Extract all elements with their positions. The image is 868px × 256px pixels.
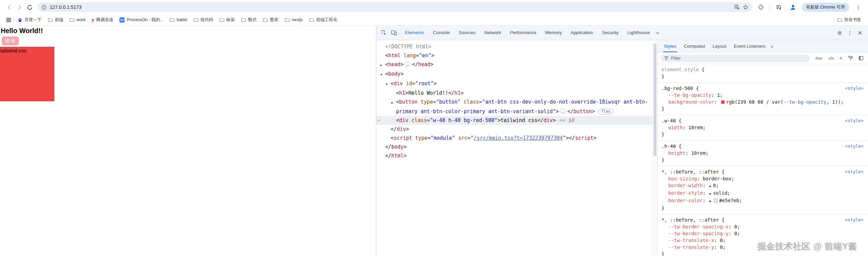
dom-line[interactable]: </body> bbox=[376, 142, 657, 151]
new-style-rule-button[interactable]: + bbox=[838, 55, 844, 61]
dom-line[interactable]: <h1>Hello World!!</h1> bbox=[376, 89, 657, 97]
tab-application[interactable]: Application bbox=[566, 26, 597, 40]
profile-avatar[interactable] bbox=[788, 2, 798, 12]
inspect-element-button[interactable] bbox=[379, 28, 389, 37]
bookmark-item[interactable]: babel bbox=[167, 16, 190, 24]
dom-line-gutter-icon[interactable]: ⋯ bbox=[377, 116, 380, 125]
expand-arrow-down-icon[interactable]: ▼ bbox=[386, 80, 391, 89]
more-sidebar-tabs-icon[interactable]: » bbox=[769, 40, 775, 52]
toggle-hover-state-button[interactable]: :hov bbox=[814, 56, 823, 61]
css-property[interactable]: border-width: ▶0; bbox=[661, 182, 864, 190]
more-tabs-icon[interactable]: » bbox=[655, 30, 660, 35]
css-property[interactable]: background-color: rgb(239 68 68 / var(--… bbox=[661, 99, 864, 105]
css-property[interactable]: border-style: ▶solid; bbox=[661, 190, 864, 197]
toggle-element-classes-button[interactable]: .cls bbox=[827, 56, 835, 61]
antd-button[interactable]: 按 钮 bbox=[2, 36, 19, 45]
bookmark-item[interactable]: OnProcessOn - 我的... bbox=[117, 16, 166, 24]
rendering-emulation-button[interactable] bbox=[847, 56, 854, 61]
back-button[interactable] bbox=[4, 2, 14, 12]
device-toolbar-button[interactable] bbox=[389, 28, 399, 37]
chrome-update-button[interactable]: 有新版 Chrome 可用 bbox=[802, 3, 849, 12]
dom-line[interactable]: ▶<head>…</head> bbox=[376, 60, 657, 70]
rule-selector-line[interactable]: .bg-red-500 { bbox=[661, 85, 864, 92]
tab-security[interactable]: Security bbox=[597, 26, 623, 40]
tab-memory[interactable]: Memory bbox=[541, 26, 566, 40]
sidebar-tab-computed[interactable]: Computed bbox=[680, 40, 709, 52]
tab-sources[interactable]: Sources bbox=[454, 26, 480, 40]
color-swatch[interactable] bbox=[721, 100, 725, 104]
expand-value-icon[interactable]: ▶ bbox=[709, 192, 711, 195]
rule-selector-line[interactable]: *, ::before, ::after { bbox=[661, 168, 864, 175]
bookmark-item[interactable]: work bbox=[67, 16, 88, 24]
css-property[interactable]: box-sizing: border-box; bbox=[661, 175, 864, 182]
rule-selector-line[interactable]: .w-40 { bbox=[661, 117, 864, 124]
css-property[interactable]: width: 10rem; bbox=[661, 124, 864, 131]
style-source-link[interactable]: <style> bbox=[845, 117, 864, 124]
dom-line[interactable]: ▼<div id="root"> bbox=[376, 79, 657, 89]
bookmark-item[interactable]: nestjs bbox=[282, 16, 306, 24]
reload-button[interactable] bbox=[24, 2, 35, 12]
expand-ellipsis-button[interactable]: … bbox=[405, 62, 411, 67]
dom-scrollbar[interactable] bbox=[653, 40, 657, 256]
bookmark-item[interactable]: 框架 bbox=[216, 16, 238, 24]
rule-selector-line[interactable]: *, ::before, ::after { bbox=[661, 216, 864, 223]
dock-sidebar-button[interactable] bbox=[857, 56, 865, 61]
style-source-link[interactable]: <style> bbox=[845, 168, 864, 175]
expand-value-icon[interactable]: ▶ bbox=[709, 199, 711, 203]
settings-gear-button[interactable] bbox=[835, 28, 844, 37]
styles-filter-input[interactable]: Filter bbox=[661, 55, 810, 62]
tab-network[interactable]: Network bbox=[480, 26, 506, 40]
bookmark-item[interactable]: y网易有道 bbox=[89, 16, 116, 24]
css-property[interactable]: --tw-border-spacing-x: 0; bbox=[661, 223, 864, 230]
url-bar[interactable]: 127.0.0.1:5173 文A bbox=[37, 2, 752, 12]
bookmark-item[interactable]: 百度一下 bbox=[15, 16, 44, 24]
site-info-icon[interactable] bbox=[42, 5, 47, 10]
bookmark-item[interactable]: 低代码 bbox=[191, 16, 216, 24]
dom-scrollbar-thumb[interactable] bbox=[654, 44, 656, 156]
browser-menu-button[interactable] bbox=[853, 2, 863, 12]
sidebar-tab-event-listeners[interactable]: Event Listeners bbox=[730, 40, 769, 52]
tab-elements[interactable]: Elements bbox=[400, 26, 428, 40]
css-property[interactable]: --tw-translate-y: 0; bbox=[661, 244, 864, 251]
dom-line[interactable]: <html lang="en"> bbox=[376, 51, 657, 60]
dom-line[interactable]: ⋯<div class="w-40 h-40 bg-red-500">tailw… bbox=[376, 116, 657, 125]
dom-line[interactable]: <!DOCTYPE html> bbox=[376, 42, 657, 51]
css-property[interactable]: --tw-bg-opacity: 1; bbox=[661, 92, 864, 99]
devtools-menu-button[interactable] bbox=[845, 28, 854, 37]
dom-line[interactable]: ▶<button type="button" class="ant-btn cs… bbox=[376, 97, 657, 107]
expand-arrow-right-icon[interactable]: ▶ bbox=[380, 61, 385, 70]
css-property[interactable]: --tw-border-spacing-y: 0; bbox=[661, 230, 864, 237]
bookmark-item[interactable]: 前端工程化 bbox=[306, 16, 340, 24]
expand-arrow-down-icon[interactable]: ▼ bbox=[380, 70, 385, 79]
dom-line[interactable]: </html> bbox=[376, 151, 657, 160]
dom-line[interactable]: </div> bbox=[376, 125, 657, 134]
style-source-link[interactable]: <style> bbox=[845, 85, 864, 92]
tab-performance[interactable]: Performance bbox=[506, 26, 541, 40]
bookmark-star-icon[interactable] bbox=[743, 4, 748, 10]
css-var-link[interactable]: --tw-bg-opacity bbox=[783, 99, 826, 105]
dom-line[interactable]: primary ant-btn-color-primary ant-btn-va… bbox=[376, 107, 657, 116]
all-bookmarks-button[interactable]: 所有书签 bbox=[834, 16, 864, 24]
expand-ellipsis-button[interactable]: … bbox=[560, 109, 567, 114]
rule-selector-line[interactable]: .h-40 { bbox=[661, 143, 864, 150]
bookmark-item[interactable]: 图表 bbox=[260, 16, 281, 24]
bookmark-item[interactable]: 数式 bbox=[238, 16, 259, 24]
flex-badge[interactable]: flex bbox=[598, 109, 614, 115]
color-swatch[interactable] bbox=[714, 199, 718, 202]
dom-line[interactable]: <script type="module" src="/src/main.tsx… bbox=[376, 134, 657, 142]
css-property[interactable]: height: 10rem; bbox=[661, 150, 864, 156]
style-source-link[interactable]: <style> bbox=[845, 216, 864, 223]
dom-line[interactable]: ▼<body> bbox=[376, 70, 657, 79]
css-property[interactable]: border-color: ▶#e5e7eb; bbox=[661, 197, 864, 205]
sidebar-tab-styles[interactable]: Styles bbox=[660, 40, 680, 52]
forward-button[interactable] bbox=[14, 2, 24, 12]
style-source-link[interactable]: <style> bbox=[845, 143, 864, 150]
extensions-button[interactable] bbox=[756, 2, 766, 12]
translate-icon[interactable]: 文A bbox=[734, 4, 740, 10]
devtools-close-button[interactable] bbox=[855, 28, 865, 37]
bookmark-item[interactable]: 前端 bbox=[45, 16, 66, 24]
tab-lighthouse[interactable]: Lighthouse bbox=[623, 26, 654, 40]
rule-selector-line[interactable]: element.style { bbox=[661, 66, 864, 73]
sidebar-tab-layout[interactable]: Layout bbox=[709, 40, 730, 52]
css-property[interactable]: --tw-translate-x: 0; bbox=[661, 237, 864, 244]
